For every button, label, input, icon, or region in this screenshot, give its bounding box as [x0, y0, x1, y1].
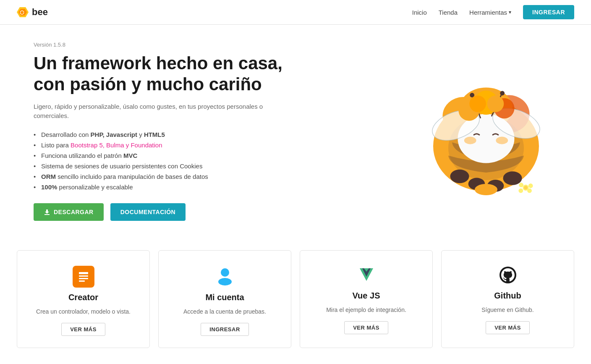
- card-vue-desc: Mira el ejemplo de integración.: [326, 306, 406, 314]
- cuenta-icon: [215, 266, 235, 288]
- card-github-title: Github: [494, 291, 521, 301]
- hero-list-item: Funciona utilizando el patrón MVC: [34, 152, 294, 159]
- nav-herramientas[interactable]: Herramientas: [469, 9, 511, 16]
- hero-list-item: Desarrollado con PHP, Javascript y HTML5: [34, 131, 294, 138]
- card-cuenta-desc: Accede a la cuenta de pruebas.: [183, 307, 266, 316]
- hero-list-item: 100% personalizable y escalable: [34, 183, 294, 191]
- framework-links: Bootstrap 5, Bulma y Foundation: [71, 141, 162, 149]
- creator-icon: [73, 266, 94, 288]
- svg-rect-37: [79, 275, 88, 277]
- svg-point-27: [527, 189, 532, 193]
- card-github-btn[interactable]: VER MÁS: [486, 321, 530, 334]
- svg-point-29: [519, 183, 523, 188]
- cards-section: Creator Crea un controlador, modelo o vi…: [0, 242, 591, 364]
- svg-point-15: [500, 91, 505, 96]
- svg-text:⬡: ⬡: [20, 10, 24, 16]
- card-creator-title: Creator: [68, 293, 98, 302]
- svg-point-28: [518, 189, 523, 193]
- card-cuenta: Mi cuenta Accede a la cuenta de pruebas.…: [158, 250, 291, 348]
- nav-links: Inicio Tienda Herramientas INGRESAR: [412, 5, 574, 19]
- card-cuenta-title: Mi cuenta: [205, 293, 244, 302]
- card-cuenta-btn[interactable]: INGRESAR: [201, 323, 249, 336]
- github-icon-svg: [499, 266, 517, 284]
- card-creator-desc: Crea un controlador, modelo o vista.: [36, 307, 131, 316]
- logo-text: bee: [32, 7, 48, 18]
- hero-buttons: DESCARGAR DOCUMENTACIÓN: [34, 203, 294, 221]
- svg-point-24: [475, 184, 497, 195]
- card-vue: Vue JS Mira el ejemplo de integración. V…: [300, 250, 433, 348]
- hero-list-item: Sistema de sesiones de usuario persisten…: [34, 162, 294, 170]
- hero-subtitle: Ligero, rápido y personalizable, úsalo c…: [34, 102, 294, 121]
- svg-point-41: [218, 278, 232, 285]
- svg-point-10: [464, 137, 476, 144]
- logo-icon: ⬡: [17, 6, 29, 18]
- hero-list-item: Listo para Bootstrap 5, Bulma y Foundati…: [34, 141, 294, 149]
- github-icon: [499, 266, 517, 286]
- svg-point-20: [450, 170, 469, 183]
- svg-rect-39: [79, 280, 85, 282]
- card-github: Github Sígueme en Github. VER MÁS: [441, 250, 574, 348]
- tech-php: PHP, Javascript: [91, 131, 137, 138]
- hero-feature-list: Desarrollado con PHP, Javascript y HTML5…: [34, 131, 294, 191]
- hero-title: Un framework hecho en casa, con pasión y…: [34, 53, 294, 95]
- download-button[interactable]: DESCARGAR: [34, 203, 104, 221]
- vue-icon: [357, 266, 376, 286]
- card-github-desc: Sígueme en Github.: [481, 306, 534, 314]
- svg-point-26: [528, 183, 533, 188]
- hero-illustration: [398, 51, 574, 211]
- version-tag: Versión 1.5.8: [34, 42, 294, 48]
- cuenta-icon-svg: [215, 266, 235, 286]
- card-creator-btn[interactable]: VER MÁS: [61, 323, 105, 336]
- svg-rect-38: [79, 278, 88, 279]
- nav-tienda[interactable]: Tienda: [439, 9, 458, 16]
- tech-mvc: MVC: [123, 152, 137, 159]
- svg-point-34: [469, 96, 486, 113]
- vue-icon-svg: [357, 266, 376, 284]
- card-vue-title: Vue JS: [353, 291, 380, 301]
- svg-point-23: [503, 172, 522, 185]
- tech-100: 100%: [41, 183, 57, 191]
- tech-orm: ORM: [41, 173, 56, 180]
- docs-button[interactable]: DOCUMENTACIÓN: [110, 203, 186, 221]
- hero-list-item: ORM sencillo incluido para manipulación …: [34, 173, 294, 180]
- card-vue-btn[interactable]: VER MÁS: [344, 321, 388, 334]
- svg-point-30: [524, 186, 528, 190]
- navbar: ⬡ bee Inicio Tienda Herramientas INGRESA…: [0, 0, 591, 25]
- creator-icon-svg: [77, 270, 90, 283]
- bee-svg: [411, 55, 562, 207]
- nav-ingresar-button[interactable]: INGRESAR: [523, 5, 574, 19]
- svg-point-40: [221, 268, 229, 277]
- svg-rect-3: [44, 214, 50, 215]
- hero-text: Versión 1.5.8 Un framework hecho en casa…: [34, 42, 294, 221]
- hero-section: Versión 1.5.8 Un framework hecho en casa…: [0, 25, 591, 242]
- tech-html5: HTML5: [144, 131, 165, 138]
- logo[interactable]: ⬡ bee: [17, 6, 48, 18]
- download-icon: [44, 209, 50, 215]
- nav-inicio[interactable]: Inicio: [412, 9, 427, 16]
- svg-point-35: [487, 96, 504, 113]
- card-creator: Creator Crea un controlador, modelo o vi…: [17, 250, 150, 348]
- svg-point-11: [496, 137, 508, 144]
- svg-rect-36: [79, 272, 88, 274]
